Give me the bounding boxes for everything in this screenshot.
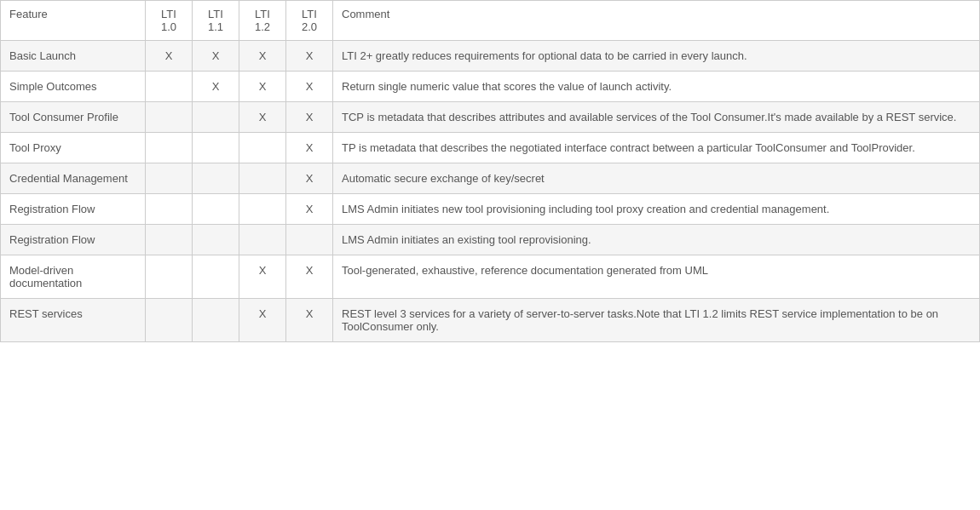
comment-cell: Automatic secure exchange of key/secret: [333, 163, 980, 194]
comment-cell: Tool-generated, exhaustive, reference do…: [333, 255, 980, 299]
lti12-cell: X: [239, 255, 286, 299]
lti12-cell: [239, 133, 286, 163]
feature-cell: Basic Launch: [1, 41, 146, 72]
lti10-cell: [146, 194, 193, 225]
lti10-cell: [146, 72, 193, 102]
lti20-cell: X: [286, 194, 333, 225]
lti11-cell: [193, 133, 239, 163]
feature-cell: REST services: [1, 299, 146, 342]
lti10-cell: X: [146, 41, 193, 72]
table-header: Feature LTI1.0 LTI1.1 LTI1.2 LTI2.0 Comm…: [1, 1, 980, 41]
table-row: Tool Consumer ProfileXXTCP is metadata t…: [1, 102, 980, 133]
comment-cell: TCP is metadata that describes attribute…: [333, 102, 980, 133]
feature-cell: Tool Proxy: [1, 133, 146, 163]
lti11-cell: [193, 299, 239, 342]
table-row: Credential ManagementXAutomatic secure e…: [1, 163, 980, 194]
comment-cell: Return single numeric value that scores …: [333, 72, 980, 102]
lti20-cell: [286, 225, 333, 255]
lti11-cell: X: [193, 72, 239, 102]
lti12-cell: [239, 194, 286, 225]
lti20-cell: X: [286, 163, 333, 194]
comment-cell: LMS Admin initiates new tool provisionin…: [333, 194, 980, 225]
table-row: Simple OutcomesXXXReturn single numeric …: [1, 72, 980, 102]
feature-header: Feature: [1, 1, 146, 41]
table-row: Model-driven documentationXXTool-generat…: [1, 255, 980, 299]
feature-cell: Credential Management: [1, 163, 146, 194]
lti10-cell: [146, 133, 193, 163]
comment-cell: LMS Admin initiates an existing tool rep…: [333, 225, 980, 255]
comment-header: Comment: [333, 1, 980, 41]
lti10-cell: [146, 102, 193, 133]
lti20-cell: X: [286, 255, 333, 299]
table-row: Registration FlowLMS Admin initiates an …: [1, 225, 980, 255]
lti12-cell: X: [239, 72, 286, 102]
lti20-cell: X: [286, 299, 333, 342]
lti10-header: LTI1.0: [146, 1, 193, 41]
lti10-cell: [146, 163, 193, 194]
lti12-cell: X: [239, 299, 286, 342]
lti12-cell: [239, 225, 286, 255]
lti12-cell: X: [239, 41, 286, 72]
lti20-cell: X: [286, 133, 333, 163]
lti11-cell: [193, 225, 239, 255]
lti11-cell: [193, 102, 239, 133]
lti20-cell: X: [286, 41, 333, 72]
lti20-cell: X: [286, 72, 333, 102]
table-row: Basic LaunchXXXXLTI 2+ greatly reduces r…: [1, 41, 980, 72]
table-row: Tool ProxyXTP is metadata that describes…: [1, 133, 980, 163]
lti10-cell: [146, 299, 193, 342]
table-row: Registration FlowXLMS Admin initiates ne…: [1, 194, 980, 225]
comment-cell: REST level 3 services for a variety of s…: [333, 299, 980, 342]
lti10-cell: [146, 255, 193, 299]
lti11-cell: [193, 194, 239, 225]
table-body: Basic LaunchXXXXLTI 2+ greatly reduces r…: [1, 41, 980, 342]
lti11-cell: [193, 163, 239, 194]
lti11-cell: [193, 255, 239, 299]
feature-cell: Model-driven documentation: [1, 255, 146, 299]
lti12-cell: [239, 163, 286, 194]
lti12-cell: X: [239, 102, 286, 133]
feature-cell: Simple Outcomes: [1, 72, 146, 102]
table-row: REST servicesXXREST level 3 services for…: [1, 299, 980, 342]
feature-cell: Registration Flow: [1, 225, 146, 255]
lti11-cell: X: [193, 41, 239, 72]
lti10-cell: [146, 225, 193, 255]
lti12-header: LTI1.2: [239, 1, 286, 41]
lti11-header: LTI1.1: [193, 1, 239, 41]
lti20-header: LTI2.0: [286, 1, 333, 41]
comment-cell: TP is metadata that describes the negoti…: [333, 133, 980, 163]
comment-cell: LTI 2+ greatly reduces requirements for …: [333, 41, 980, 72]
feature-cell: Tool Consumer Profile: [1, 102, 146, 133]
feature-cell: Registration Flow: [1, 194, 146, 225]
lti20-cell: X: [286, 102, 333, 133]
